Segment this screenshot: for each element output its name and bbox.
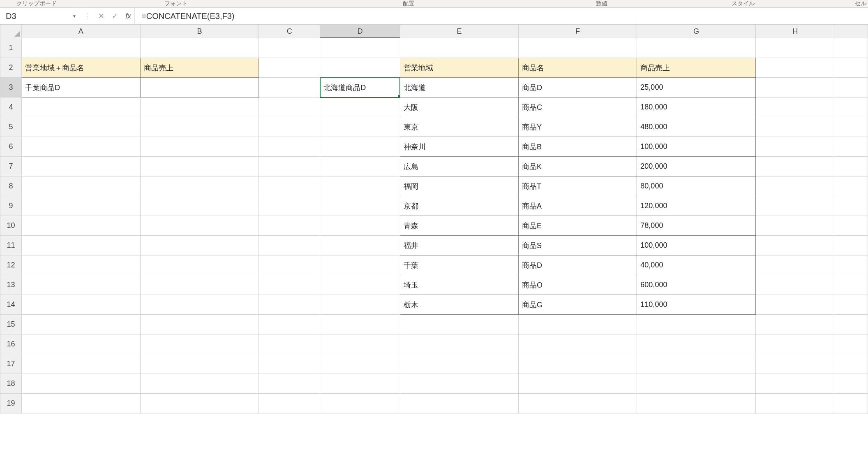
cell-D10[interactable] (320, 216, 400, 236)
cell-C3[interactable] (259, 78, 320, 98)
cell-I12[interactable] (835, 255, 868, 275)
row-header-5[interactable]: 5 (0, 117, 22, 137)
cell-F10[interactable]: 商品E (519, 216, 637, 236)
cell-B9[interactable] (140, 196, 259, 216)
cell-H14[interactable] (755, 295, 835, 315)
cell-E5[interactable]: 東京 (400, 117, 518, 137)
cell-G4[interactable]: 180,000 (637, 98, 755, 117)
cell-B15[interactable] (140, 315, 259, 334)
cancel-formula-icon[interactable]: ✕ (98, 12, 104, 21)
cell-F6[interactable]: 商品B (519, 137, 637, 157)
cell-E2[interactable]: 営業地域 (400, 58, 518, 78)
cell-C12[interactable] (259, 255, 320, 275)
cell-D18[interactable] (320, 374, 400, 394)
cell-D17[interactable] (320, 354, 400, 374)
cell-C2[interactable] (259, 58, 320, 78)
cell-C1[interactable] (259, 38, 320, 58)
cell-E19[interactable] (400, 394, 518, 413)
cell-G8[interactable]: 80,000 (637, 176, 755, 196)
column-header-F[interactable]: F (519, 25, 637, 38)
row-header-12[interactable]: 12 (0, 255, 22, 275)
cell-C17[interactable] (259, 354, 320, 374)
cell-B8[interactable] (140, 176, 259, 196)
cell-B10[interactable] (140, 216, 259, 236)
cell-B12[interactable] (140, 255, 259, 275)
cell-G11[interactable]: 100,000 (637, 236, 755, 255)
cell-A14[interactable] (21, 295, 140, 315)
cell-G16[interactable] (637, 334, 755, 354)
cell-D12[interactable] (320, 255, 400, 275)
cell-G6[interactable]: 100,000 (637, 137, 755, 157)
cell-B11[interactable] (140, 236, 259, 255)
row-header-19[interactable]: 19 (0, 394, 22, 413)
cell-A18[interactable] (21, 374, 140, 394)
row-header-2[interactable]: 2 (0, 58, 22, 78)
cell-H1[interactable] (755, 38, 835, 58)
cell-I1[interactable] (835, 38, 868, 58)
cell-F5[interactable]: 商品Y (519, 117, 637, 137)
cell-A6[interactable] (21, 137, 140, 157)
cell-C5[interactable] (259, 117, 320, 137)
cell-G13[interactable]: 600,000 (637, 275, 755, 295)
cell-G19[interactable] (637, 394, 755, 413)
cell-I17[interactable] (835, 354, 868, 374)
cell-H15[interactable] (755, 315, 835, 334)
cell-I7[interactable] (835, 157, 868, 176)
cell-C9[interactable] (259, 196, 320, 216)
cell-E10[interactable]: 青森 (400, 216, 518, 236)
column-header-D[interactable]: D (320, 25, 400, 38)
cell-E18[interactable] (400, 374, 518, 394)
cell-F17[interactable] (519, 354, 637, 374)
cell-H8[interactable] (755, 176, 835, 196)
cell-H2[interactable] (755, 58, 835, 78)
spreadsheet-grid[interactable]: ABCDEFGH 12営業地域＋商品名商品売上営業地域商品名商品売上3千葉商品D… (0, 25, 868, 413)
cell-F12[interactable]: 商品D (519, 255, 637, 275)
cell-D7[interactable] (320, 157, 400, 176)
cell-E13[interactable]: 埼玉 (400, 275, 518, 295)
cell-I2[interactable] (835, 58, 868, 78)
cell-A11[interactable] (21, 236, 140, 255)
cell-F16[interactable] (519, 334, 637, 354)
cell-D16[interactable] (320, 334, 400, 354)
cell-A3[interactable]: 千葉商品D (21, 78, 140, 98)
enter-formula-icon[interactable]: ✓ (112, 12, 118, 21)
cell-I10[interactable] (835, 216, 868, 236)
cell-I11[interactable] (835, 236, 868, 255)
cell-E8[interactable]: 福岡 (400, 176, 518, 196)
row-header-6[interactable]: 6 (0, 137, 22, 157)
cell-I18[interactable] (835, 374, 868, 394)
cell-A17[interactable] (21, 354, 140, 374)
row-header-13[interactable]: 13 (0, 275, 22, 295)
cell-G9[interactable]: 120,000 (637, 196, 755, 216)
row-header-14[interactable]: 14 (0, 295, 22, 315)
cell-A2[interactable]: 営業地域＋商品名 (21, 58, 140, 78)
cell-B18[interactable] (140, 374, 259, 394)
cell-H13[interactable] (755, 275, 835, 295)
cell-A4[interactable] (21, 98, 140, 117)
cell-B17[interactable] (140, 354, 259, 374)
cell-B19[interactable] (140, 394, 259, 413)
cell-E3[interactable]: 北海道 (400, 78, 518, 98)
cell-C10[interactable] (259, 216, 320, 236)
cell-I3[interactable] (835, 78, 868, 98)
cell-D14[interactable] (320, 295, 400, 315)
cell-D1[interactable] (320, 38, 400, 58)
cell-F1[interactable] (519, 38, 637, 58)
cell-E14[interactable]: 栃木 (400, 295, 518, 315)
cell-H3[interactable] (755, 78, 835, 98)
cell-D2[interactable] (320, 58, 400, 78)
cell-A10[interactable] (21, 216, 140, 236)
cell-F18[interactable] (519, 374, 637, 394)
column-header-I[interactable] (835, 25, 868, 38)
row-header-1[interactable]: 1 (0, 38, 22, 58)
cell-B13[interactable] (140, 275, 259, 295)
cell-F15[interactable] (519, 315, 637, 334)
cell-A7[interactable] (21, 157, 140, 176)
cell-I9[interactable] (835, 196, 868, 216)
cell-H5[interactable] (755, 117, 835, 137)
cell-I14[interactable] (835, 295, 868, 315)
cell-C4[interactable] (259, 98, 320, 117)
cell-D3[interactable]: 北海道商品D (320, 78, 400, 98)
cell-B14[interactable] (140, 295, 259, 315)
row-header-17[interactable]: 17 (0, 354, 22, 374)
